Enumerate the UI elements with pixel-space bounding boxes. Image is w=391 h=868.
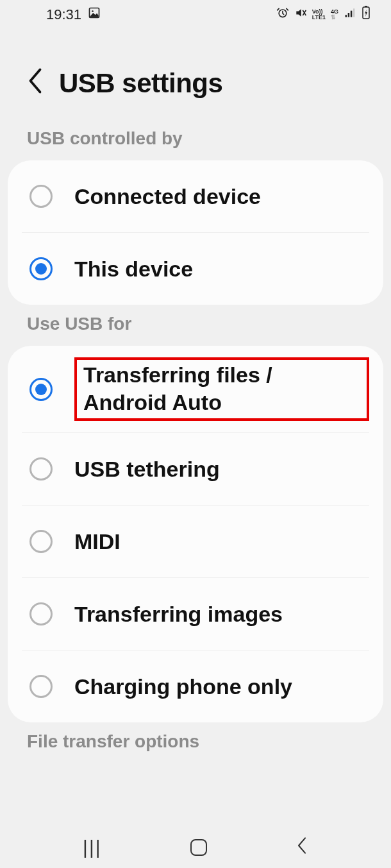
status-time: 19:31 (46, 6, 81, 23)
option-label: Connected device (74, 183, 261, 210)
section-header-file-transfer: File transfer options (0, 722, 391, 763)
radio-icon (29, 378, 53, 401)
radio-icon (29, 530, 53, 553)
image-icon (88, 6, 101, 23)
svg-rect-6 (348, 13, 350, 17)
section-header-use-for: Use USB for (0, 305, 391, 346)
svg-rect-10 (365, 6, 367, 7)
radio-icon (29, 257, 53, 280)
mobile-data-indicator: 4G ⇅ (331, 9, 338, 21)
option-transfer-images[interactable]: Transferring images (8, 578, 383, 650)
svg-rect-5 (345, 15, 347, 17)
mute-icon (294, 6, 307, 22)
svg-point-1 (92, 10, 94, 12)
radio-icon (29, 602, 53, 625)
radio-icon (29, 185, 53, 208)
card-controlled-by: Connected device This device (8, 160, 383, 305)
alarm-icon (276, 6, 289, 22)
option-midi[interactable]: MIDI (8, 506, 383, 577)
option-charging-only[interactable]: Charging phone only (8, 651, 383, 722)
option-connected-device[interactable]: Connected device (8, 160, 383, 232)
nav-recents-button[interactable]: ||| (83, 837, 101, 858)
svg-rect-7 (351, 11, 353, 17)
system-nav-bar: ||| (0, 827, 391, 868)
nav-back-button[interactable] (295, 834, 308, 861)
page-header: USB settings (0, 29, 391, 119)
back-button[interactable] (26, 66, 45, 100)
option-this-device[interactable]: This device (8, 233, 383, 305)
option-label: This device (74, 255, 193, 283)
page-title: USB settings (59, 68, 222, 99)
option-label: Transferring images (74, 600, 283, 628)
option-label: MIDI (74, 528, 121, 556)
nav-home-button[interactable] (190, 839, 207, 856)
option-label: Transferring files / Android Auto (74, 357, 369, 421)
option-label: USB tethering (74, 455, 220, 483)
section-header-controlled-by: USB controlled by (0, 119, 391, 160)
option-label: Charging phone only (74, 673, 292, 701)
option-transfer-files[interactable]: Transferring files / Android Auto (8, 346, 383, 432)
card-use-for: Transferring files / Android Auto USB te… (8, 346, 383, 722)
volte-indicator: Vo)) LTE1 (312, 9, 326, 21)
status-bar: 19:31 Vo)) LTE1 4G ⇅ (0, 0, 391, 29)
radio-icon (29, 457, 53, 481)
signal-icon (344, 6, 356, 22)
svg-rect-8 (353, 8, 355, 17)
battery-icon (362, 6, 370, 23)
option-usb-tethering[interactable]: USB tethering (8, 433, 383, 505)
radio-icon (29, 675, 53, 698)
